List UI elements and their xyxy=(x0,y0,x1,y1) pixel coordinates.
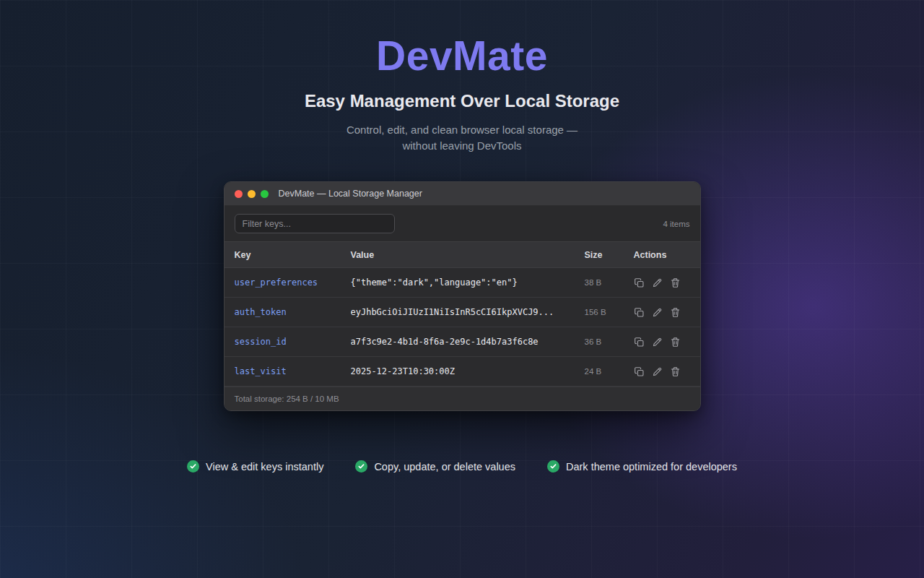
minimize-window-icon[interactable] xyxy=(248,190,256,198)
check-icon xyxy=(547,460,559,473)
app-title: DevMate xyxy=(0,32,924,79)
row-size: 156 B xyxy=(585,308,634,316)
feature-label: Dark theme optimized for developers xyxy=(566,461,737,473)
delete-button[interactable] xyxy=(670,306,681,318)
delete-button[interactable] xyxy=(670,336,681,348)
row-key[interactable]: auth_token xyxy=(235,307,351,317)
row-size: 38 B xyxy=(585,278,634,287)
hero-description: Control, edit, and clean browser local s… xyxy=(0,122,924,154)
trash-icon xyxy=(670,366,681,377)
copy-button[interactable] xyxy=(634,306,645,318)
row-key[interactable]: session_id xyxy=(235,337,351,347)
pencil-icon xyxy=(652,277,663,288)
column-header-size: Size xyxy=(585,250,634,260)
trash-icon xyxy=(670,307,681,318)
column-header-key: Key xyxy=(235,250,351,260)
row-size: 36 B xyxy=(585,337,634,346)
edit-button[interactable] xyxy=(652,277,663,288)
edit-button[interactable] xyxy=(652,366,663,377)
toolbar: 4 items xyxy=(225,206,700,241)
delete-button[interactable] xyxy=(670,366,681,377)
edit-button[interactable] xyxy=(652,306,663,318)
pencil-icon xyxy=(652,307,663,318)
column-header-actions: Actions xyxy=(634,250,690,260)
hero-section: DevMate Easy Management Over Local Stora… xyxy=(0,0,924,154)
row-value: a7f3c9e2-4b1d-8f6a-2e9c-1d4b7a3f6c8e xyxy=(351,337,585,347)
row-actions xyxy=(634,366,690,377)
copy-icon xyxy=(634,366,645,377)
hero-description-line1: Control, edit, and clean browser local s… xyxy=(346,124,578,136)
pencil-icon xyxy=(652,337,663,348)
copy-button[interactable] xyxy=(634,277,645,288)
close-window-icon[interactable] xyxy=(235,190,243,198)
pencil-icon xyxy=(652,366,663,377)
row-value: 2025-12-23T10:30:00Z xyxy=(351,366,585,376)
row-value: eyJhbGciOiJIUzI1NiIsInR5cCI6IkpXVCJ9... xyxy=(351,307,585,317)
traffic-lights xyxy=(235,190,269,198)
delete-button[interactable] xyxy=(670,277,681,288)
maximize-window-icon[interactable] xyxy=(261,190,269,198)
column-header-value: Value xyxy=(351,250,585,260)
hero-description-line2: without leaving DevTools xyxy=(402,139,521,152)
feature-label: View & edit keys instantly xyxy=(206,461,323,473)
row-size: 24 B xyxy=(585,367,634,376)
row-value: {"theme":"dark","language":"en"} xyxy=(351,277,585,288)
window-titlebar: DevMate — Local Storage Manager xyxy=(225,182,700,206)
row-key[interactable]: user_preferences xyxy=(235,277,351,288)
window-title: DevMate — Local Storage Manager xyxy=(279,189,422,199)
feature-item: Dark theme optimized for developers xyxy=(547,460,737,473)
copy-button[interactable] xyxy=(634,366,645,377)
trash-icon xyxy=(670,337,681,348)
table-row: user_preferences {"theme":"dark","langua… xyxy=(225,268,700,298)
feature-item: Copy, update, or delete values xyxy=(355,460,515,473)
items-count: 4 items xyxy=(663,220,689,228)
trash-icon xyxy=(670,277,681,288)
row-actions xyxy=(634,277,690,288)
features-row: View & edit keys instantly Copy, update,… xyxy=(0,460,924,473)
row-actions xyxy=(634,336,690,348)
copy-button[interactable] xyxy=(634,336,645,348)
hero-subtitle: Easy Management Over Local Storage xyxy=(0,91,924,111)
storage-summary: Total storage: 254 B / 10 MB xyxy=(225,387,700,410)
check-icon xyxy=(355,460,367,473)
copy-icon xyxy=(634,337,645,348)
table-row: auth_token eyJhbGciOiJIUzI1NiIsInR5cCI6I… xyxy=(225,298,700,327)
filter-keys-input[interactable] xyxy=(235,214,395,233)
table-row: last_visit 2025-12-23T10:30:00Z 24 B xyxy=(225,357,700,387)
table-header: Key Value Size Actions xyxy=(225,241,700,268)
row-key[interactable]: last_visit xyxy=(235,366,351,376)
edit-button[interactable] xyxy=(652,336,663,348)
app-window: DevMate — Local Storage Manager 4 items … xyxy=(224,181,701,411)
copy-icon xyxy=(634,277,645,288)
feature-label: Copy, update, or delete values xyxy=(374,461,515,473)
check-icon xyxy=(187,460,199,473)
feature-item: View & edit keys instantly xyxy=(187,460,323,473)
table-row: session_id a7f3c9e2-4b1d-8f6a-2e9c-1d4b7… xyxy=(225,327,700,357)
copy-icon xyxy=(634,307,645,318)
page: DevMate Easy Management Over Local Stora… xyxy=(0,0,924,473)
row-actions xyxy=(634,306,690,318)
